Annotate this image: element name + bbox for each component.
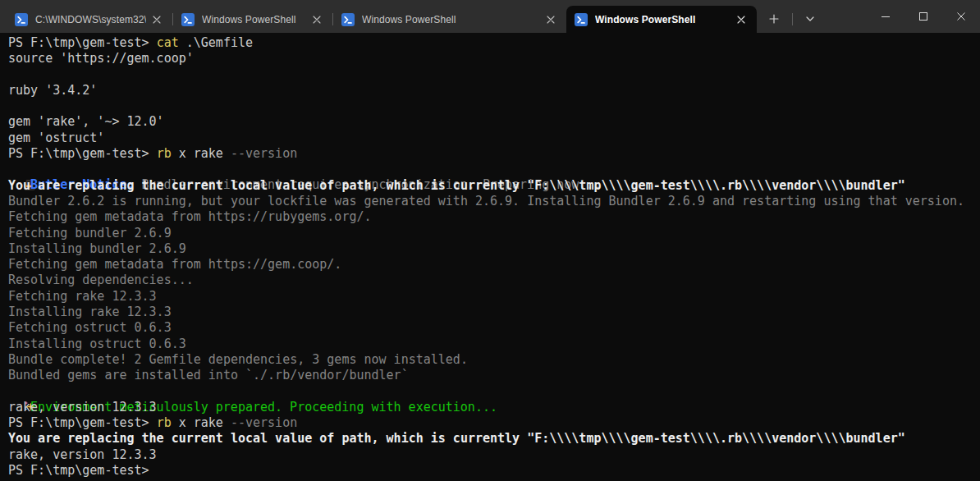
powershell-icon xyxy=(181,13,195,26)
text-segment: Installing rake 12.3.3 xyxy=(8,305,172,319)
text-segment: PS F:\tmp\gem-test> xyxy=(8,35,157,50)
text-segment: Bundle complete! 2 Gemfile dependencies,… xyxy=(8,352,468,367)
tab-dropdown-button[interactable] xyxy=(798,7,822,30)
terminal-line: source 'https://gem.coop' xyxy=(8,51,980,66)
tab-powershell-3-active[interactable]: Windows PowerShell xyxy=(566,6,757,33)
terminal-line xyxy=(8,67,980,83)
terminal-line: Environment meticulously prepared. Proce… xyxy=(8,384,980,400)
tab-title: Windows PowerShell xyxy=(202,14,306,25)
text-segment: gem 'rake', '~> 12.0' xyxy=(8,114,164,129)
text-segment: PS F:\tmp\gem-test> xyxy=(8,146,157,161)
terminal-line: Fetching bundler 2.6.9 xyxy=(8,226,980,241)
terminal-line: Bundled gems are installed into `./.rb/v… xyxy=(8,368,980,383)
tab-close-icon[interactable] xyxy=(540,10,561,30)
text-segment: Fetching ostruct 0.6.3 xyxy=(8,320,172,335)
text-segment: Fetching gem metadata from https://gem.c… xyxy=(8,257,341,272)
tab-title: Windows PowerShell xyxy=(362,14,540,25)
text-segment: PS F:\tmp\gem-test> xyxy=(8,415,157,430)
terminal-line: Resolving dependencies... xyxy=(8,273,980,288)
tab-powershell-2[interactable]: Windows PowerShell xyxy=(333,6,566,33)
terminal-line xyxy=(8,98,980,114)
terminal-line: Bundler 2.6.2 is running, but your lockf… xyxy=(8,194,980,209)
terminal-line: PS F:\tmp\gem-test> rb x rake --version xyxy=(8,146,980,162)
tab-cmd[interactable]: C:\WINDOWS\system32\cmd. xyxy=(7,6,172,33)
terminal-line: rake, version 12.3.3 xyxy=(8,447,980,463)
bar-separator xyxy=(792,13,793,25)
caption-buttons xyxy=(867,0,980,33)
tab-close-icon[interactable] xyxy=(146,10,167,30)
text-segment: rake, version 12.3.3 xyxy=(8,400,157,415)
text-segment: Installing bundler 2.6.9 xyxy=(8,241,186,256)
tophat-icon xyxy=(8,162,23,175)
minimize-button[interactable] xyxy=(867,0,904,33)
text-segment: Resolving dependencies... xyxy=(8,273,194,287)
tab-title: Windows PowerShell xyxy=(595,14,730,25)
tab-close-icon[interactable] xyxy=(730,10,752,30)
text-segment: source 'https://gem.coop' xyxy=(8,51,194,66)
terminal-line: ruby '3.4.2' xyxy=(8,83,980,98)
terminal-line: gem 'rake', '~> 12.0' xyxy=(8,114,980,130)
text-segment: --version xyxy=(231,146,297,161)
new-tab-button[interactable] xyxy=(762,7,786,30)
text-segment: Fetching bundler 2.6.9 xyxy=(8,226,172,240)
terminal-output[interactable]: PS F:\tmp\gem-test> cat .\Gemfilesource … xyxy=(0,33,980,481)
text-segment: Bundled gems are installed into `./.rb/v… xyxy=(8,368,409,383)
tab-powershell-1[interactable]: Windows PowerShell xyxy=(173,6,332,33)
text-segment: You are replacing the current local valu… xyxy=(8,431,905,446)
tab-title: C:\WINDOWS\system32\cmd. xyxy=(35,14,146,25)
text-segment: gem 'ostruct' xyxy=(8,131,104,145)
text-segment: Bundler 2.6.2 is running, but your lockf… xyxy=(8,194,964,208)
terminal-line: You are replacing the current local valu… xyxy=(8,178,980,194)
terminal-line: Installing bundler 2.6.9 xyxy=(8,241,980,257)
text-segment: Fetching rake 12.3.3 xyxy=(8,289,157,304)
terminal-line: Installing ostruct 0.6.3 xyxy=(8,337,980,352)
sparkles-icon xyxy=(8,384,23,397)
text-segment: cat xyxy=(157,35,179,50)
text-segment: rb xyxy=(157,146,172,161)
text-segment: x rake xyxy=(172,415,231,430)
text-segment: .\Gemfile xyxy=(179,35,253,50)
terminal-line: PS F:\tmp\gem-test> rb x rake --version xyxy=(8,415,980,431)
text-segment: PS F:\tmp\gem-test> xyxy=(8,463,149,478)
maximize-button[interactable] xyxy=(904,0,942,33)
close-window-button[interactable] xyxy=(942,0,980,33)
tab-close-icon[interactable] xyxy=(306,10,327,30)
terminal-line: Bundle complete! 2 Gemfile dependencies,… xyxy=(8,352,980,368)
text-segment: Installing ostruct 0.6.3 xyxy=(8,337,186,351)
terminal-line: PS F:\tmp\gem-test> xyxy=(8,463,980,479)
text-segment: --version xyxy=(231,415,297,430)
text-segment: Fetching gem metadata from https://rubyg… xyxy=(8,209,372,224)
terminal-line: Fetching ostruct 0.6.3 xyxy=(8,320,980,336)
terminal-window: C:\WINDOWS\system32\cmd. Windows PowerSh… xyxy=(0,0,980,481)
titlebar-drag-region[interactable] xyxy=(822,0,867,33)
terminal-line: Fetching gem metadata from https://rubyg… xyxy=(8,209,980,225)
titlebar: C:\WINDOWS\system32\cmd. Windows PowerSh… xyxy=(0,0,980,33)
text-segment: You are replacing the current local valu… xyxy=(8,178,905,193)
terminal-line: Installing rake 12.3.3 xyxy=(8,305,980,320)
powershell-icon xyxy=(341,13,355,26)
terminal-line: Butler Notice: Bundler environment requi… xyxy=(8,162,980,177)
text-segment: rake, version 12.3.3 xyxy=(8,447,157,462)
text-segment: ruby '3.4.2' xyxy=(8,83,97,98)
text-segment: x rake xyxy=(172,146,231,161)
terminal-line: Fetching rake 12.3.3 xyxy=(8,289,980,305)
terminal-line: You are replacing the current local valu… xyxy=(8,431,980,447)
text-segment: rb xyxy=(157,415,172,430)
tab-strip: C:\WINDOWS\system32\cmd. Windows PowerSh… xyxy=(0,0,757,33)
powershell-icon xyxy=(15,13,28,26)
terminal-line: gem 'ostruct' xyxy=(8,131,980,146)
powershell-icon xyxy=(575,13,588,26)
terminal-line: PS F:\tmp\gem-test> cat .\Gemfile xyxy=(8,35,980,51)
terminal-line: Fetching gem metadata from https://gem.c… xyxy=(8,257,980,273)
